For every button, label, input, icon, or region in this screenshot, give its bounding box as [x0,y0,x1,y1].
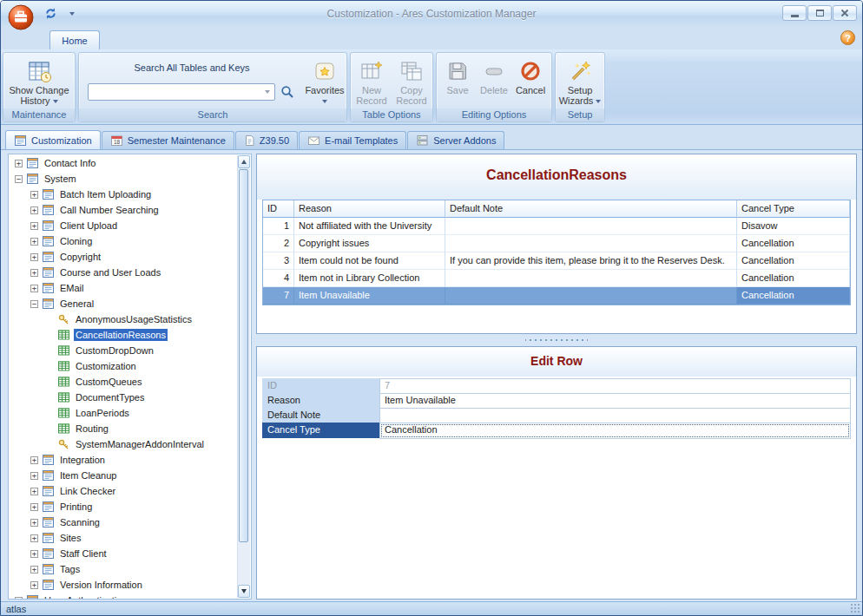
column-header[interactable]: Cancel Type [737,200,850,218]
scroll-up-button[interactable] [238,155,250,168]
table-cell[interactable] [445,218,737,235]
table-cell[interactable]: 3 [263,252,294,270]
expand-icon[interactable]: + [15,160,23,167]
save-button[interactable]: Save [439,55,476,95]
cancel-button[interactable]: Cancel [512,55,549,95]
tree-item[interactable]: +Copyright [10,249,237,265]
tree-item[interactable]: +Sites [10,530,237,546]
search-icon[interactable] [279,83,296,101]
scroll-down-button[interactable] [238,585,250,598]
tree-item[interactable]: +EMail [10,280,237,296]
search-input[interactable] [93,87,265,97]
tree-item[interactable]: +Link Checker [10,483,237,499]
tree-item[interactable]: DocumentTypes [10,390,237,405]
tree-item[interactable]: Routing [10,421,237,436]
customize-quick-access-icon[interactable] [63,5,82,22]
tree-item[interactable]: CustomQueues [10,374,237,390]
tree-item[interactable]: −General [10,296,237,311]
show-change-history-button[interactable]: Show Change History [5,55,73,106]
table-row[interactable]: 1Not affiliated with the UniversityDisav… [263,218,850,235]
tree-item[interactable]: +Tags [10,561,237,577]
table-cell[interactable] [445,287,737,305]
favorites-button[interactable]: Favorites [304,55,346,108]
column-header[interactable]: ID [263,200,294,218]
expand-icon[interactable]: + [30,488,38,495]
tab-home[interactable]: Home [49,30,100,49]
tree-item[interactable]: +Client Upload [10,218,237,233]
expand-icon[interactable]: + [30,269,38,277]
table-cell[interactable]: Item not in Library Collection [294,270,445,287]
table-cell[interactable]: 4 [263,270,294,287]
expand-icon[interactable]: + [30,253,38,261]
table-cell[interactable]: Not affiliated with the University [294,218,445,235]
splitter[interactable] [256,334,857,346]
table-cell[interactable]: Cancellation [737,287,850,305]
field-value[interactable]: Cancellation [379,423,851,439]
help-button[interactable]: ? [840,30,855,45]
column-header[interactable]: Reason [294,200,445,218]
expand-icon[interactable]: + [30,534,38,542]
table-cell[interactable]: 2 [263,235,294,252]
table-cell[interactable]: Cancellation [737,252,850,270]
tree-item[interactable]: +Scanning [10,514,237,530]
tree-item[interactable]: +Staff Client [10,546,237,561]
tree-item[interactable]: +Integration [10,452,237,468]
table-cell[interactable]: 1 [263,218,294,235]
table-row[interactable]: 3Item could not be foundIf you can provi… [263,252,850,270]
table-cell[interactable]: 7 [263,287,294,305]
splitter-handle-icon[interactable] [525,338,588,342]
doc-tab-z39-50[interactable]: Z39.50 [235,131,298,149]
tree-item[interactable]: +Version Information [10,577,237,593]
expand-icon[interactable]: + [30,222,38,230]
resize-grip[interactable] [850,603,860,613]
setup-wizards-button[interactable]: Setup Wizards [557,55,603,106]
tree-item[interactable]: LoanPeriods [10,405,237,421]
doc-tab-customization[interactable]: Customization [5,130,101,149]
tree-item[interactable]: +Course and User Loads [10,265,237,280]
expand-icon[interactable]: + [30,581,38,589]
column-header[interactable]: Default Note [445,200,737,218]
table-cell[interactable]: Disavow [737,218,850,235]
tree-item[interactable]: +Printing [10,499,237,514]
tree-item[interactable]: Customization [10,358,237,374]
expand-icon[interactable]: + [30,550,38,558]
tree-item[interactable]: −System [10,171,237,187]
table-cell[interactable]: Cancellation [737,270,850,287]
expand-icon[interactable]: + [30,566,38,573]
table-row[interactable]: 4Item not in Library CollectionCancellat… [263,270,850,287]
table-cell[interactable]: If you can provide this item, please bri… [445,252,737,270]
table-cell[interactable]: Item could not be found [294,252,445,270]
scrollbar-thumb[interactable] [239,169,248,542]
tree-item[interactable]: SystemManagerAddonInterval [10,436,237,452]
tree-item[interactable]: +Call Number Searching [10,202,237,218]
expand-icon[interactable]: + [30,472,38,480]
tree-item[interactable]: +Cloning [10,233,237,249]
application-menu-icon[interactable] [7,3,35,31]
expand-icon[interactable]: + [30,191,38,199]
tree-item[interactable]: +Batch Item Uploading [10,187,237,202]
expand-icon[interactable]: + [30,285,38,292]
tree-scrollbar[interactable] [237,155,250,598]
expand-icon[interactable]: + [30,503,38,511]
expand-icon[interactable]: + [30,238,38,246]
table-cell[interactable]: Item Unavailable [294,287,445,305]
expand-icon[interactable]: + [30,456,38,464]
table-cell[interactable]: Copyright issues [294,235,445,252]
tree-item[interactable]: CustomDropDown [10,343,237,358]
expand-icon[interactable]: + [30,206,38,214]
doc-tab-server-addons[interactable]: Server Addons [407,131,504,149]
collapse-icon[interactable]: − [15,175,23,183]
doc-tab-e-mail-templates[interactable]: E-mail Templates [299,131,406,149]
tree-item[interactable]: CancellationReasons [10,327,237,343]
maximize-button[interactable] [807,5,832,21]
collapse-icon[interactable]: − [30,300,38,308]
refresh-icon[interactable] [41,5,60,22]
new-record-button[interactable]: New Record [352,55,392,106]
search-input-wrap[interactable] [88,83,275,101]
minimize-button[interactable] [782,5,807,21]
copy-record-button[interactable]: Copy Record [392,55,432,106]
table-row[interactable]: 7Item UnavailableCancellation [263,287,850,305]
table-cell[interactable]: Cancellation [737,235,850,252]
tree-item[interactable]: +Item Cleanup [10,468,237,483]
tree-item[interactable]: +Contact Info [10,155,237,171]
